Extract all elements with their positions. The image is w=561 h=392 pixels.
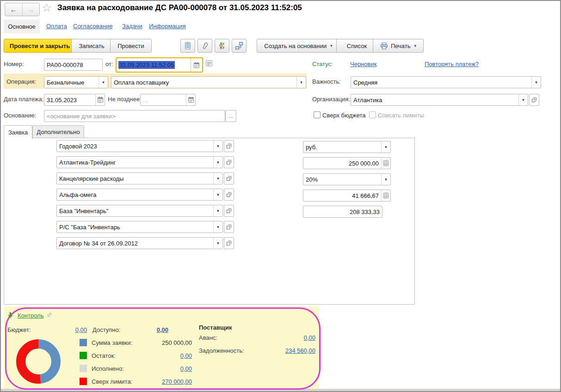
- contract-select[interactable]: Договор № 34 от 26.09.2012▾: [56, 237, 223, 249]
- tab-osnovnoe[interactable]: Основное: [4, 19, 40, 33]
- advance-value-link[interactable]: 0,00: [259, 334, 315, 341]
- recipient-select[interactable]: База "Инвентарь"▾: [56, 205, 223, 217]
- operation-label: Операция:: [6, 78, 36, 85]
- vat-rate-select[interactable]: 20%▾: [303, 173, 391, 185]
- scenario-open-button[interactable]: [224, 140, 234, 152]
- payment-date-input[interactable]: 31.05.2023: [44, 94, 105, 106]
- calendar-button[interactable]: [186, 94, 195, 105]
- remainder-label: Остаток:: [92, 352, 116, 359]
- favorite-star-icon[interactable]: ☆: [42, 1, 52, 14]
- project-select[interactable]: Альфа-омега▾: [56, 189, 223, 201]
- basis-more-button[interactable]: ...: [225, 110, 236, 122]
- dropdown-button[interactable]: ▾: [213, 157, 222, 168]
- document-structure-button[interactable]: [232, 39, 247, 53]
- printer-icon: [380, 43, 388, 49]
- write-off-limits-checkbox[interactable]: [369, 111, 376, 118]
- organization-label: Организация:: [312, 96, 350, 103]
- dropdown-button[interactable]: ▾: [296, 77, 306, 88]
- turnover-item-open-button[interactable]: [224, 172, 234, 184]
- dropdown-button[interactable]: ▾: [213, 221, 222, 233]
- operation-type-select[interactable]: Оплата поставщику ▾: [111, 76, 306, 88]
- operation-kind-select[interactable]: Безналичные ▾: [44, 76, 108, 88]
- remainder-value-link[interactable]: 0,00: [139, 352, 192, 359]
- dropdown-button[interactable]: ▾: [213, 205, 222, 216]
- post-and-close-button[interactable]: Провести и закрыть: [4, 39, 76, 53]
- tab-soglasovanie[interactable]: Согласование: [73, 23, 112, 30]
- dropdown-button[interactable]: ▾: [99, 77, 108, 88]
- number-input[interactable]: РА00-000078: [44, 59, 103, 71]
- dt-kt-button[interactable]: ДтКт: [215, 39, 229, 53]
- calculator-button[interactable]: [381, 190, 390, 201]
- dropdown-button[interactable]: ▾: [518, 94, 528, 105]
- not-later-date-input[interactable]: . .: [140, 94, 196, 106]
- calendar-button[interactable]: [95, 94, 105, 105]
- recipient-account-open-button[interactable]: [224, 221, 234, 233]
- dropdown-button[interactable]: ▾: [213, 238, 222, 249]
- organization-open-button[interactable]: [529, 94, 539, 106]
- dropdown-button[interactable]: ▾: [213, 141, 222, 152]
- tab-zayavka[interactable]: Заявка: [4, 125, 32, 139]
- cfo-select[interactable]: Атлантика-Трейдинг▾: [56, 156, 223, 168]
- comment-icon: [205, 60, 213, 67]
- list-button[interactable]: Список: [336, 39, 377, 53]
- print-button[interactable]: Печать▾: [373, 39, 424, 53]
- dropdown-button[interactable]: ▾: [381, 174, 390, 185]
- create-from-button[interactable]: Создать на основании▾: [257, 39, 340, 53]
- scenario-select[interactable]: Годовой 2023▾: [56, 140, 223, 152]
- dropdown-button[interactable]: ▾: [381, 141, 390, 153]
- history-nav: ← →: [5, 3, 40, 16]
- importance-select[interactable]: Средняя ▾: [351, 76, 541, 88]
- executed-value-link[interactable]: 0,00: [139, 365, 192, 372]
- status-link[interactable]: Черновик: [350, 61, 376, 67]
- register-records-button[interactable]: [180, 39, 195, 53]
- post-button[interactable]: Провести: [110, 39, 152, 53]
- page-title: Заявка на расходование ДС РА00-000078 от…: [57, 3, 302, 12]
- repeat-payment-link[interactable]: Повторять платеж?: [425, 61, 479, 67]
- project-open-button[interactable]: [224, 189, 234, 201]
- over-budget-checkbox[interactable]: [314, 111, 321, 118]
- document-date-input[interactable]: 31.05.2023 11:52:05: [116, 57, 203, 73]
- organization-select[interactable]: Атлантика ▾: [351, 94, 528, 106]
- amount-input[interactable]: 250 000,00: [303, 157, 391, 169]
- budget-value-link[interactable]: 0,00: [55, 326, 87, 333]
- collapse-arrow-icon[interactable]: [7, 312, 13, 320]
- tab-oplata[interactable]: Оплата: [46, 23, 67, 30]
- save-button[interactable]: Записать: [71, 39, 112, 53]
- recipient-account-select[interactable]: Р/С "База "Инвентарь▾: [56, 221, 223, 233]
- cfo-open-button[interactable]: [224, 156, 234, 168]
- debt-value-link[interactable]: 234 560,00: [259, 347, 315, 354]
- register-icon: [184, 42, 191, 50]
- forward-button[interactable]: →: [23, 3, 40, 16]
- tab-informaciya[interactable]: Информация: [149, 23, 186, 30]
- back-button[interactable]: ←: [5, 3, 23, 16]
- control-link[interactable]: Контроль: [18, 312, 43, 319]
- chevron-down-icon: ▾: [330, 43, 333, 48]
- paperclip-icon: [201, 42, 209, 50]
- over-limit-value-link[interactable]: 270 000,00: [139, 378, 192, 385]
- comment-button[interactable]: [205, 60, 213, 68]
- dropdown-button[interactable]: ▾: [213, 173, 222, 184]
- contract-open-button[interactable]: [224, 237, 234, 249]
- dropdown-button[interactable]: ▾: [213, 189, 222, 200]
- open-form-icon: [226, 224, 232, 230]
- basis-input[interactable]: <основание для заявки>: [44, 110, 225, 122]
- debt-label: Задолженность:: [199, 347, 244, 354]
- open-form-icon: [226, 240, 232, 246]
- attachments-button[interactable]: [197, 39, 212, 53]
- turnover-item-select[interactable]: Канцелярские расходы▾: [56, 172, 223, 184]
- vat-input[interactable]: 41 666,67: [303, 190, 391, 202]
- request-amount-label: Сумма заявки:: [92, 339, 132, 346]
- dropdown-button[interactable]: ▾: [531, 77, 541, 88]
- recipient-open-button[interactable]: [224, 205, 234, 217]
- calendar-button[interactable]: [191, 58, 202, 72]
- executed-label: Исполнено:: [92, 365, 124, 372]
- budget-donut-chart: [16, 339, 61, 384]
- pin-icon[interactable]: [46, 312, 53, 320]
- currency-select[interactable]: руб.▾: [303, 141, 391, 153]
- tab-zadachi[interactable]: Задачи: [122, 23, 142, 30]
- legend-swatch-over-limit: [80, 378, 87, 385]
- tab-dopolnitelno[interactable]: Дополнительно: [32, 125, 84, 139]
- status-label: Статус:: [312, 61, 333, 67]
- calculator-button[interactable]: [381, 158, 390, 169]
- available-value-link[interactable]: 0,00: [139, 326, 168, 333]
